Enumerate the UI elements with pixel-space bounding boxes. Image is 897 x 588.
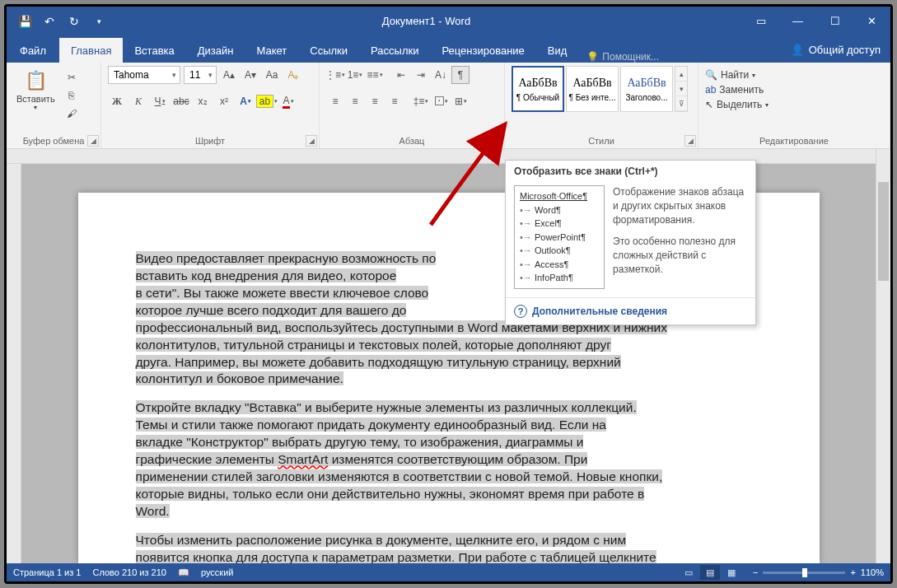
ribbon-tabs: Файл Главная Вставка Дизайн Макет Ссылки…: [7, 35, 890, 63]
style-normal[interactable]: АаБбВв ¶ Обычный: [512, 66, 564, 112]
group-font: Tahoma 11 A▴ A▾ Aa Aᵩ Ж К Ч abc x₂ x² A …: [101, 63, 320, 148]
group-label-editing: Редактирование: [705, 133, 883, 147]
style-up-icon[interactable]: ▴: [675, 67, 687, 82]
close-button[interactable]: ✕: [853, 7, 890, 35]
minimize-button[interactable]: —: [779, 7, 816, 35]
screentip-sample: Microsoft·Office¶ •→ Word¶ •→ Excel¶ •→ …: [514, 185, 605, 289]
paragraph-2[interactable]: Откройте вкладку "Вставка" и выберите ну…: [136, 399, 762, 520]
font-color-button[interactable]: A: [279, 92, 297, 110]
status-bar: Страница 1 из 1 Слово 210 из 210 📖 русск…: [7, 563, 890, 581]
superscript-button[interactable]: x²: [215, 92, 233, 110]
paste-button[interactable]: 📋 Вставить ▾: [13, 66, 58, 113]
change-case-button[interactable]: Aa: [263, 66, 281, 84]
tab-review[interactable]: Рецензирование: [430, 38, 535, 63]
vertical-ruler[interactable]: [7, 164, 21, 563]
signin-link[interactable]: [758, 38, 780, 63]
copy-icon[interactable]: ⎘: [63, 87, 80, 104]
font-size-combo[interactable]: 11: [184, 66, 217, 84]
tab-insert[interactable]: Вставка: [123, 38, 185, 63]
group-editing: 🔍Найти▾ abЗаменить ↖Выделить▾ Редактиров…: [698, 63, 890, 148]
help-icon: ?: [514, 305, 527, 318]
qat-customize-icon[interactable]: ▾: [87, 10, 110, 33]
bold-button[interactable]: Ж: [108, 92, 126, 110]
group-styles: АаБбВв ¶ Обычный АаБбВв ¶ Без инте... Аа…: [505, 63, 698, 148]
search-icon: 🔍: [705, 69, 717, 81]
select-button[interactable]: ↖Выделить▾: [705, 99, 769, 110]
borders-button[interactable]: ⊞: [451, 92, 470, 110]
undo-icon[interactable]: ↶: [38, 10, 61, 33]
tab-view[interactable]: Вид: [536, 38, 579, 63]
shrink-font-button[interactable]: A▾: [241, 66, 259, 84]
style-more-icon[interactable]: ⊽: [675, 96, 687, 111]
zoom-out-button[interactable]: −: [753, 567, 758, 577]
style-gallery-nav[interactable]: ▴ ▾ ⊽: [675, 66, 688, 112]
window-title: Документ1 - Word: [110, 15, 742, 27]
group-label-paragraph: Абзац: [326, 133, 498, 147]
tab-file[interactable]: Файл: [7, 38, 59, 63]
vertical-scrollbar[interactable]: [876, 149, 890, 563]
styles-dialog-launcher[interactable]: ◢: [684, 135, 696, 147]
italic-button[interactable]: К: [129, 92, 147, 110]
tab-layout[interactable]: Макет: [245, 38, 298, 63]
save-icon[interactable]: 💾: [13, 10, 36, 33]
view-web-layout[interactable]: ▦: [722, 565, 741, 580]
sort-button[interactable]: A↓: [432, 66, 450, 84]
line-spacing-button[interactable]: ‡≡: [412, 92, 430, 110]
align-left-button[interactable]: ≡: [326, 92, 344, 110]
status-language[interactable]: русский: [201, 567, 233, 577]
status-words[interactable]: Слово 210 из 210: [92, 567, 166, 577]
scrollbar-thumb[interactable]: [878, 182, 889, 281]
show-hide-button[interactable]: ¶: [451, 66, 470, 84]
tab-references[interactable]: Ссылки: [298, 38, 359, 63]
text-effects-button[interactable]: A: [236, 92, 255, 110]
tab-home[interactable]: Главная: [59, 38, 123, 63]
strikethrough-button[interactable]: abc: [172, 92, 190, 110]
zoom-in-button[interactable]: +: [850, 567, 855, 577]
style-down-icon[interactable]: ▾: [675, 82, 687, 96]
font-dialog-launcher[interactable]: ◢: [306, 135, 317, 147]
cut-icon[interactable]: ✂: [63, 69, 80, 86]
status-page[interactable]: Страница 1 из 1: [13, 567, 81, 577]
zoom-slider[interactable]: [763, 572, 845, 574]
numbering-button[interactable]: 1≡: [346, 66, 364, 84]
view-print-layout[interactable]: ▤: [700, 565, 720, 580]
screentip-title: Отобразить все знаки (Ctrl+*): [506, 161, 755, 182]
align-right-button[interactable]: ≡: [366, 92, 384, 110]
underline-button[interactable]: Ч: [151, 92, 169, 110]
format-painter-icon[interactable]: 🖌: [63, 105, 80, 122]
replace-button[interactable]: abЗаменить: [705, 84, 769, 96]
justify-button[interactable]: ≡: [385, 92, 404, 110]
share-button[interactable]: 👤 Общий доступ: [781, 37, 890, 63]
tab-design[interactable]: Дизайн: [186, 38, 245, 63]
group-paragraph: ⋮≡ 1≡ ≡≡ ⇤ ⇥ A↓ ¶ ≡ ≡ ≡ ≡ ‡≡ 🞔: [320, 63, 505, 148]
style-heading1[interactable]: АаБбВв Заголово...: [620, 66, 673, 112]
zoom-level[interactable]: 110%: [861, 567, 884, 577]
replace-icon: ab: [705, 84, 716, 96]
status-spellcheck-icon[interactable]: 📖: [178, 567, 189, 578]
decrease-indent-button[interactable]: ⇤: [392, 66, 410, 84]
font-face-combo[interactable]: Tahoma: [108, 66, 180, 84]
highlight-button[interactable]: ab: [258, 92, 276, 110]
screentip-show-hide: Отобразить все знаки (Ctrl+*) Microsoft·…: [505, 160, 756, 325]
view-read-mode[interactable]: ▭: [679, 565, 698, 580]
paragraph-dialog-launcher[interactable]: ◢: [491, 135, 502, 147]
multilevel-button[interactable]: ≡≡: [366, 66, 384, 84]
cursor-icon: ↖: [705, 99, 713, 110]
clipboard-dialog-launcher[interactable]: ◢: [87, 135, 99, 147]
screentip-tell-more[interactable]: ? Дополнительные сведения: [506, 297, 755, 324]
tab-mailings[interactable]: Рассылки: [359, 38, 430, 63]
clear-formatting-button[interactable]: Aᵩ: [284, 66, 302, 84]
grow-font-button[interactable]: A▴: [220, 66, 238, 84]
align-center-button[interactable]: ≡: [346, 92, 364, 110]
paragraph-3[interactable]: Чтобы изменить расположение рисунка в до…: [136, 532, 762, 563]
increase-indent-button[interactable]: ⇥: [412, 66, 430, 84]
bullets-button[interactable]: ⋮≡: [326, 66, 344, 84]
redo-icon[interactable]: ↻: [63, 10, 86, 33]
maximize-button[interactable]: ☐: [816, 7, 853, 35]
ribbon-options-icon[interactable]: ▭: [742, 7, 779, 35]
shading-button[interactable]: 🞔: [432, 92, 450, 110]
find-button[interactable]: 🔍Найти▾: [705, 69, 769, 81]
subscript-button[interactable]: x₂: [194, 92, 212, 110]
style-no-spacing[interactable]: АаБбВв ¶ Без инте...: [566, 66, 619, 112]
tell-me-search[interactable]: 💡 Помощник...: [578, 51, 667, 63]
